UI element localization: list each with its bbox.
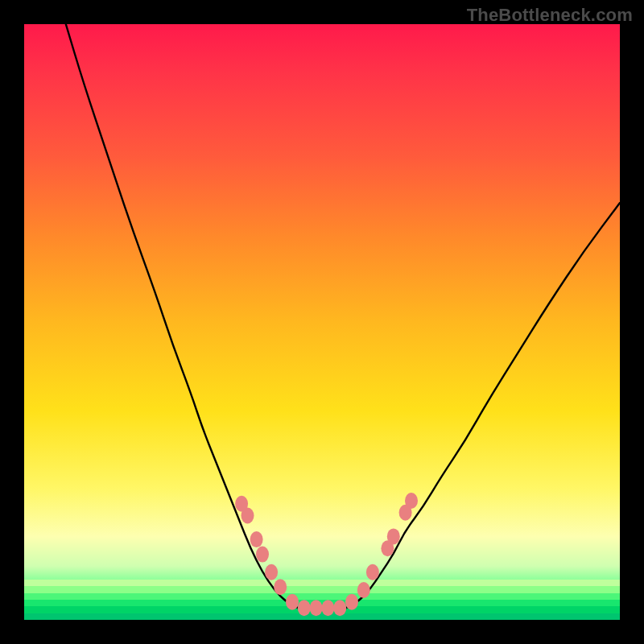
valley-marker — [242, 508, 254, 524]
valley-marker — [310, 600, 323, 616]
valley-marker — [333, 600, 346, 616]
valley-marker — [256, 547, 269, 563]
watermark-text: TheBottleneck.com — [467, 5, 633, 26]
valley-marker — [357, 582, 370, 598]
valley-marker — [387, 528, 400, 544]
valley-marker — [250, 531, 263, 547]
chart-frame: TheBottleneck.com — [0, 0, 644, 644]
valley-marker — [274, 579, 287, 595]
valley-marker — [345, 594, 358, 610]
curve-layer — [24, 24, 620, 620]
valley-marker — [321, 600, 334, 616]
plot-area — [24, 24, 620, 620]
valley-marker — [286, 594, 299, 610]
valley-marker — [298, 600, 311, 616]
valley-marker — [405, 493, 418, 509]
valley-marker — [366, 564, 379, 580]
valley-marker — [265, 564, 278, 580]
curve-left-curve — [66, 24, 299, 608]
